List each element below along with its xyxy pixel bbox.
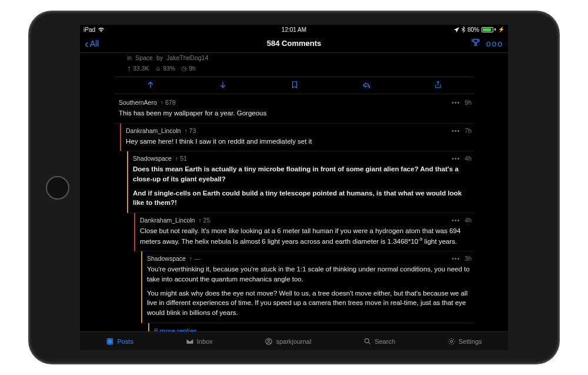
tab-inbox-label: Inbox <box>197 338 213 345</box>
subreddit-link[interactable]: Space <box>135 54 153 61</box>
svg-point-4 <box>365 339 369 343</box>
tab-search-label: Search <box>375 338 395 345</box>
downvote-button[interactable] <box>218 80 228 91</box>
tab-search[interactable]: Search <box>363 337 395 346</box>
location-icon <box>454 27 459 32</box>
home-button[interactable] <box>46 176 69 200</box>
page-title: 584 Comments <box>80 39 508 48</box>
tab-posts[interactable]: Posts <box>106 337 133 346</box>
comment[interactable]: Dankraham_Lincoln↑ 73•••7hHey same here!… <box>120 124 474 152</box>
comment-age: 4h <box>465 155 472 162</box>
comment-body: You're overthinking it, because you're s… <box>147 262 472 317</box>
share-button[interactable] <box>434 80 442 91</box>
comment-score: ↑ — <box>189 255 201 262</box>
tab-settings[interactable]: Settings <box>447 337 482 346</box>
more-replies-label: 8 more replies <box>154 327 197 331</box>
svg-point-5 <box>450 340 453 343</box>
comment-score: ↑ 51 <box>175 155 187 162</box>
comment-age: 7h <box>465 127 472 134</box>
chevron-down-icon: ⌄ <box>463 327 469 331</box>
charging-icon: ⚡ <box>498 26 505 32</box>
comment-score: ↑ 73 <box>184 127 196 134</box>
wifi-icon <box>98 27 105 32</box>
comment-more-icon[interactable]: ••• <box>452 99 460 106</box>
post-stats: ↑33.3K ☺93% ◷9h <box>80 64 508 77</box>
comment-body: Close but not really. It's more like loo… <box>140 224 472 246</box>
comment-age: 4h <box>465 217 472 224</box>
battery-percent: 80% <box>467 26 479 33</box>
comment[interactable]: SouthernAero↑ 678•••9hThis has been my w… <box>114 95 474 124</box>
comment-author[interactable]: SouthernAero <box>119 99 157 106</box>
more-button[interactable]: ooo <box>486 39 503 48</box>
upvote-button[interactable] <box>146 80 155 91</box>
comment-body: Does this mean Earth is actually a tiny … <box>133 162 472 208</box>
trophy-icon[interactable] <box>471 38 480 49</box>
upvote-ratio: ☺93% <box>155 65 175 72</box>
tab-settings-label: Settings <box>459 338 482 345</box>
by-label: by <box>156 54 163 61</box>
tab-inbox[interactable]: Inbox <box>186 337 213 346</box>
post-actions <box>114 77 474 94</box>
clock: 12:01 AM <box>80 26 508 33</box>
status-bar: iPad 12:01 AM 80% ⚡ <box>80 25 508 34</box>
comment-score: ↑ 25 <box>198 217 210 224</box>
nav-bar: ‹ All 584 Comments ooo <box>80 34 508 53</box>
tab-posts-label: Posts <box>117 338 133 345</box>
comment-body: Hey same here! I think I saw it on reddi… <box>126 134 472 147</box>
chevron-left-icon: ‹ <box>85 38 89 49</box>
comment[interactable]: Dankraham_Lincoln↑ 25•••4hClose but not … <box>134 213 474 251</box>
comment-author[interactable]: Dankraham_Lincoln <box>140 217 195 224</box>
save-button[interactable] <box>290 80 299 91</box>
comment-more-icon[interactable]: ••• <box>452 127 460 134</box>
comments-list[interactable]: SouthernAero↑ 678•••9hThis has been my w… <box>114 95 474 331</box>
comment-more-icon[interactable]: ••• <box>452 255 460 262</box>
comment-author[interactable]: Shadowspace <box>147 255 186 262</box>
svg-rect-1 <box>108 340 112 343</box>
comment-body: This has been my wallpaper for a year. G… <box>119 106 472 118</box>
more-replies-button[interactable]: 8 more replies⌄ <box>148 323 474 331</box>
device-label: iPad <box>83 26 95 33</box>
tab-profile[interactable]: sparkjournal <box>265 337 311 346</box>
back-button[interactable]: ‹ All <box>85 38 99 49</box>
tab-bar: Posts Inbox sparkjournal Search Settings <box>80 331 508 350</box>
svg-point-3 <box>268 339 270 341</box>
comment-more-icon[interactable]: ••• <box>452 217 460 224</box>
score: ↑33.3K <box>127 64 149 73</box>
comment[interactable]: Shadowspace↑ 51•••4hDoes this mean Earth… <box>127 151 474 213</box>
tab-profile-label: sparkjournal <box>276 338 311 345</box>
author-link[interactable]: JakeTheDog14 <box>166 54 208 61</box>
post-subline: in Space by JakeTheDog14 <box>80 53 508 64</box>
battery-icon <box>482 27 496 32</box>
reply-button[interactable] <box>362 80 371 91</box>
comment[interactable]: Shadowspace↑ —•••3hYou're overthinking i… <box>141 251 474 323</box>
post-age: ◷9h <box>181 65 196 72</box>
comment-age: 3h <box>465 255 472 262</box>
ipad-frame: iPad 12:01 AM 80% ⚡ <box>29 12 559 363</box>
comment-score: ↑ 678 <box>161 99 176 106</box>
comment-author[interactable]: Dankraham_Lincoln <box>126 127 181 134</box>
screen: iPad 12:01 AM 80% ⚡ <box>80 25 508 350</box>
comment-more-icon[interactable]: ••• <box>452 155 460 162</box>
comment-age: 9h <box>465 99 472 106</box>
back-label: All <box>90 39 99 48</box>
bluetooth-icon <box>462 26 465 32</box>
comment-author[interactable]: Shadowspace <box>133 155 172 162</box>
in-label: in <box>127 54 132 61</box>
